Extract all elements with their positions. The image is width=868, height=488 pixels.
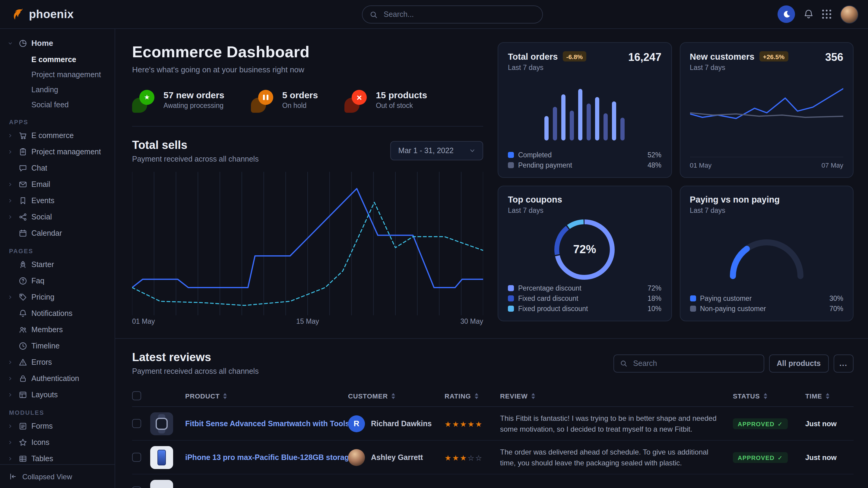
search-input[interactable] <box>382 10 535 19</box>
sidebar-item-icons[interactable]: Icons <box>8 434 110 450</box>
rocket-icon <box>19 260 27 268</box>
sidebar-item-faq[interactable]: Faq <box>8 272 110 289</box>
sidebar-item-errors[interactable]: Errors <box>8 354 110 370</box>
chev-icon <box>8 456 13 461</box>
sidebar-subitem-project-management[interactable]: Project management <box>8 67 110 82</box>
sort-icon <box>223 393 227 399</box>
total-sells-x-axis: 01 May15 May30 May <box>132 318 483 325</box>
grid-icon <box>822 9 832 19</box>
sidebar-item-e-commerce[interactable]: E commerce <box>8 127 110 143</box>
sidebar-item-forms[interactable]: Forms <box>8 418 110 434</box>
row-checkbox[interactable] <box>132 419 141 428</box>
bell-icon <box>803 9 814 19</box>
status-badge: APPROVED✓ <box>733 452 788 463</box>
sidebar-item-events[interactable]: Events <box>8 192 110 208</box>
sidebar-item-label: Faq <box>31 276 44 285</box>
legend-value: 10% <box>648 305 661 312</box>
collapsed-view-toggle[interactable]: Collapsed View <box>0 464 115 488</box>
stat-15-products: × 15 products Out of stock <box>344 90 427 113</box>
column-header-time[interactable]: TIME <box>805 392 854 399</box>
column-header-review[interactable]: REVIEW <box>500 392 733 399</box>
global-search[interactable] <box>362 5 543 24</box>
sidebar-item-label: Authentication <box>31 374 79 383</box>
chev-icon <box>8 133 13 138</box>
kpi-cards: Total orders -6.8% Last 7 days 16,247 Co… <box>498 42 854 325</box>
top-navbar: phoenix <box>0 0 868 29</box>
stat-value: 5 orders <box>282 90 318 100</box>
change-badge: -6.8% <box>562 51 586 62</box>
notifications-button[interactable] <box>803 9 814 19</box>
brand[interactable]: phoenix <box>10 7 74 22</box>
sidebar-item-label: E commerce <box>31 131 73 139</box>
all-products-button[interactable]: All products <box>769 355 829 372</box>
customer-name: Ashley Garrett <box>371 453 423 461</box>
more-options-button[interactable]: ... <box>833 355 854 372</box>
user-avatar[interactable] <box>840 5 858 23</box>
sidebar-item-label: Layouts <box>31 390 58 399</box>
column-header-rating[interactable]: RATING <box>444 392 500 399</box>
reviews-search-input[interactable] <box>632 359 757 368</box>
layout-icon <box>19 390 27 399</box>
card-period: Last 7 days <box>508 64 586 71</box>
legend-item-paying-customer: Paying customer 30% <box>690 295 843 302</box>
theme-toggle-button[interactable] <box>777 5 795 23</box>
cart-icon <box>19 131 27 139</box>
chev-icon <box>8 294 13 299</box>
chev-icon <box>8 198 13 203</box>
sidebar-item-layouts[interactable]: Layouts <box>8 386 110 403</box>
sidebar-item-authentication[interactable]: Authentication <box>8 370 110 386</box>
page-title: Ecommerce Dashboard <box>132 42 483 62</box>
apps-menu-button[interactable] <box>822 9 832 19</box>
sidebar-item-email[interactable]: Email <box>8 176 110 192</box>
sidebar-subitem-landing[interactable]: Landing <box>8 82 110 97</box>
sidebar-item-pricing[interactable]: Pricing <box>8 289 110 305</box>
sidebar-item-calendar[interactable]: Calendar <box>8 225 110 241</box>
product-link[interactable]: Fitbit Sense Advanced Smartwatch with To… <box>185 419 348 428</box>
column-header-customer[interactable]: CUSTOMER <box>348 392 444 399</box>
row-checkbox[interactable] <box>132 453 141 462</box>
reviews-search[interactable] <box>613 355 764 372</box>
sidebar-item-project-management[interactable]: Project management <box>8 143 110 160</box>
table-header-row: PRODUCTCUSTOMERRATINGREVIEWSTATUSTIME <box>132 385 854 407</box>
customer-cell[interactable]: RRichard Dawkins <box>348 415 444 432</box>
row-checkbox[interactable] <box>132 487 141 488</box>
table-row: iPhone 13 pro max-Pacific Blue-128GB sto… <box>132 441 854 475</box>
customer-avatar: R <box>348 415 365 432</box>
sidebar-item-home[interactable]: Home <box>8 35 110 51</box>
sidebar-item-label: Members <box>31 325 63 334</box>
sidebar-home-children: E commerceProject managementLandingSocia… <box>8 52 110 112</box>
legend-value: 52% <box>648 151 661 159</box>
collapse-icon <box>9 473 17 481</box>
sidebar-item-notifications[interactable]: Notifications <box>8 305 110 321</box>
axis-label: 01 May <box>690 162 711 169</box>
sidebar-item-starter[interactable]: Starter <box>8 256 110 272</box>
axis-label: 30 May <box>461 318 483 325</box>
sidebar-item-tables[interactable]: Tables <box>8 450 110 464</box>
product-image-smartwatch <box>150 412 173 435</box>
page-subtitle: Here's what's going on at your business … <box>132 65 483 74</box>
column-header-product[interactable]: PRODUCT <box>185 392 348 399</box>
chev-icon <box>8 41 13 45</box>
card-title: Paying vs non paying <box>690 195 780 204</box>
stat-57-new-orders: ★ 57 new orders Awating processing <box>132 90 224 113</box>
legend-label: Fixed card discount <box>518 295 578 302</box>
navbar-actions <box>777 5 858 23</box>
sidebar-item-chat[interactable]: Chat <box>8 160 110 176</box>
sidebar-subitem-e-commerce[interactable]: E commerce <box>8 52 110 67</box>
sidebar-item-members[interactable]: Members <box>8 321 110 337</box>
card-period: Last 7 days <box>508 207 562 214</box>
sidebar-item-label: Social <box>31 213 52 221</box>
customer-cell[interactable]: Ashley Garrett <box>348 449 444 466</box>
x-icon: × <box>356 93 362 102</box>
pause-icon <box>263 95 268 100</box>
sidebar-item-social[interactable]: Social <box>8 208 110 225</box>
select-all-checkbox[interactable] <box>132 391 141 400</box>
sidebar-subitem-social-feed[interactable]: Social feed <box>8 97 110 112</box>
legend-swatch <box>508 152 514 158</box>
paying-gauge-chart <box>721 229 812 280</box>
date-range-select[interactable]: Mar 1 - 31, 2022 <box>391 141 483 160</box>
column-header-status[interactable]: STATUS <box>733 392 805 399</box>
sidebar-item-timeline[interactable]: Timeline <box>8 337 110 354</box>
product-link[interactable]: iPhone 13 pro max-Pacific Blue-128GB sto… <box>185 453 348 461</box>
chev-icon <box>8 440 13 445</box>
